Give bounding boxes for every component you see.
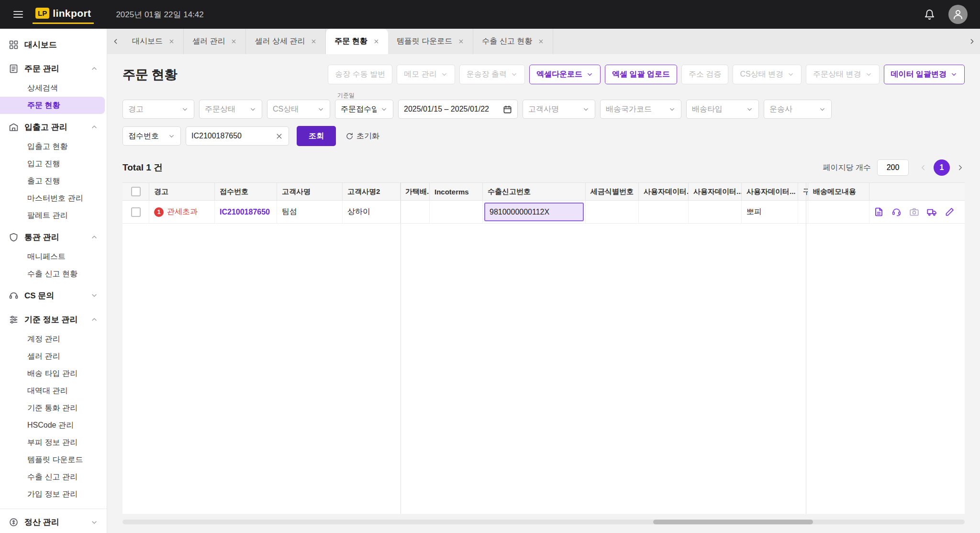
per-page-input[interactable] — [877, 159, 909, 176]
truck-icon[interactable] — [927, 207, 937, 217]
filter-select[interactable]: 배송국가코드 — [600, 100, 681, 119]
chevron-down-icon — [90, 292, 98, 299]
toolbar-button[interactable]: 운송장 출력 — [459, 65, 525, 84]
close-icon[interactable] — [373, 38, 379, 45]
toolbar-button[interactable]: 주소 검증 — [681, 65, 728, 84]
sidebar-subitem[interactable]: 템플릿 다운로드 — [0, 451, 105, 468]
page-next-icon[interactable] — [956, 163, 965, 172]
sidebar-subitem[interactable]: 매니페스트 — [0, 248, 105, 265]
bell-icon[interactable] — [924, 9, 935, 20]
sidebar-subitem[interactable]: 상세검색 — [0, 79, 105, 97]
cell-order_no: IC2100187650 — [215, 201, 277, 223]
toolbar-button-label: 운송장 출력 — [467, 69, 507, 79]
close-icon[interactable] — [458, 38, 464, 45]
header-checkbox[interactable] — [131, 187, 141, 196]
sidebar-subitem[interactable]: 수출 신고 관리 — [0, 468, 105, 486]
filter-select[interactable]: 주문상태 — [199, 100, 262, 119]
clear-icon[interactable] — [275, 132, 283, 140]
sidebar-subitem[interactable]: 대역대 관리 — [0, 382, 105, 399]
toolbar-button[interactable]: 데이터 일괄변경 — [884, 65, 965, 84]
filter-value: 배송국가코드 — [606, 104, 665, 114]
sidebar-subitem[interactable]: 기준 통화 관리 — [0, 399, 105, 417]
sidebar-item[interactable]: 정산 관리 — [0, 509, 107, 533]
sidebar-item[interactable]: 입출고 관리 — [0, 116, 107, 138]
sidebar-item[interactable]: 기준 정보 관리 — [0, 308, 107, 330]
sidebar-subitem[interactable]: 배송 타입 관리 — [0, 365, 105, 382]
chevron-down-icon — [90, 519, 98, 526]
toolbar-button[interactable]: 주문상태 변경 — [806, 65, 879, 84]
page-prev-icon[interactable] — [919, 163, 927, 172]
menu-icon[interactable] — [12, 9, 24, 20]
sidebar-subitem[interactable]: 셀러 관리 — [0, 348, 105, 365]
tabs-scroll-left-icon[interactable] — [107, 29, 123, 54]
close-icon[interactable] — [231, 38, 237, 45]
sidebar-subitem[interactable]: 주문 현황 — [0, 97, 105, 114]
document-icon[interactable] — [874, 207, 884, 217]
export-declaration-cell[interactable]: 9810000000112X — [484, 203, 584, 221]
support-icon[interactable] — [891, 207, 902, 217]
filter-select[interactable]: 운송사 — [764, 100, 832, 119]
close-icon[interactable] — [168, 38, 175, 45]
sidebar-item[interactable]: 대시보드 — [0, 34, 107, 56]
order-number-link[interactable]: IC2100187650 — [220, 208, 270, 216]
search-button[interactable]: 조회 — [297, 126, 336, 146]
sidebar-subitem[interactable]: 계정 관리 — [0, 330, 105, 348]
sidebar-item[interactable]: CS 문의 — [0, 284, 107, 306]
tab[interactable]: 셀러 상세 관리 — [246, 29, 326, 54]
sidebar-subitem[interactable]: HSCode 관리 — [0, 417, 105, 434]
filter-select[interactable]: 고객사명 — [523, 100, 595, 119]
filter: 2025/01/15 – 2025/01/22 — [398, 100, 518, 119]
sidebar-subitem[interactable]: 출고 진행 — [0, 172, 105, 190]
toolbar-button-label: CS상태 변경 — [740, 69, 783, 79]
table-row[interactable]: 1관세초과IC2100187650팀섬상하이9810000000112X뽀피 — [122, 201, 965, 224]
sidebar-subitem[interactable]: 팔레트 관리 — [0, 207, 105, 224]
filter-select[interactable]: 배송타입 — [686, 100, 759, 119]
close-icon[interactable] — [538, 38, 544, 45]
cell-user3: 뽀피 — [742, 201, 798, 223]
row-checkbox[interactable] — [131, 207, 141, 217]
filter-select[interactable]: 경고 — [122, 100, 194, 119]
sidebar-subitem[interactable]: 부피 정보 관리 — [0, 434, 105, 451]
sidebar-item[interactable]: 통관 관리 — [0, 226, 107, 248]
filter-select[interactable]: 주문접수일 — [335, 100, 393, 119]
sidebar-subitem[interactable]: 마스터번호 관리 — [0, 190, 105, 207]
reset-button[interactable]: 초기화 — [345, 131, 379, 141]
edit-icon[interactable] — [945, 207, 955, 217]
caret-down-icon — [249, 106, 256, 113]
tab-label: 셀러 관리 — [192, 36, 225, 46]
sidebar-item[interactable]: 주문 관리 — [0, 57, 107, 79]
search-input[interactable] — [191, 132, 272, 140]
sidebar-subitem[interactable]: 수출 신고 현황 — [0, 265, 105, 283]
search-field-select[interactable]: 접수번호 — [122, 126, 181, 146]
column-header-incoterms: Incoterms — [430, 183, 483, 200]
close-icon[interactable] — [311, 38, 317, 45]
toolbar-button[interactable]: 엑셀다운로드 — [529, 65, 601, 84]
filter-select[interactable]: CS상태 — [267, 100, 330, 119]
user-icon — [952, 9, 964, 20]
scrollbar-thumb[interactable] — [653, 520, 813, 524]
sidebar-subitem[interactable]: 입고 진행 — [0, 155, 105, 172]
column-label: 배송메모내용 — [813, 187, 856, 196]
tab[interactable]: 대시보드 — [123, 29, 184, 54]
brand-logo[interactable]: LP linkport — [33, 5, 94, 24]
current-page[interactable]: 1 — [934, 159, 950, 176]
toolbar-button[interactable]: 송장 수동 발번 — [328, 65, 392, 84]
warning-badge: 1 — [154, 207, 164, 217]
sidebar-subitem[interactable]: 가입 정보 관리 — [0, 486, 105, 503]
pagination: 페이지당 개수 1 — [823, 159, 965, 176]
toolbar-button[interactable]: 엑셀 일괄 업로드 — [605, 65, 677, 84]
avatar[interactable] — [948, 5, 968, 24]
date-range-input[interactable]: 2025/01/15 – 2025/01/22 — [398, 100, 518, 119]
tabs-scroll-right-icon[interactable] — [964, 29, 980, 54]
toolbar-button[interactable]: 메모 관리 — [397, 65, 455, 84]
caret-down-icon — [819, 106, 826, 113]
sidebar-subitem[interactable]: 입출고 현황 — [0, 138, 105, 155]
horizontal-scrollbar[interactable] — [122, 520, 965, 524]
toolbar-button[interactable]: CS상태 변경 — [733, 65, 802, 84]
tab[interactable]: 수출 신고 현황 — [473, 29, 553, 54]
tab[interactable]: 주문 현황 — [326, 29, 388, 54]
tab[interactable]: 템플릿 다운로드 — [388, 29, 473, 54]
camera-icon[interactable] — [909, 207, 919, 217]
tab[interactable]: 셀러 관리 — [184, 29, 246, 54]
cell-tax_id — [586, 201, 639, 223]
